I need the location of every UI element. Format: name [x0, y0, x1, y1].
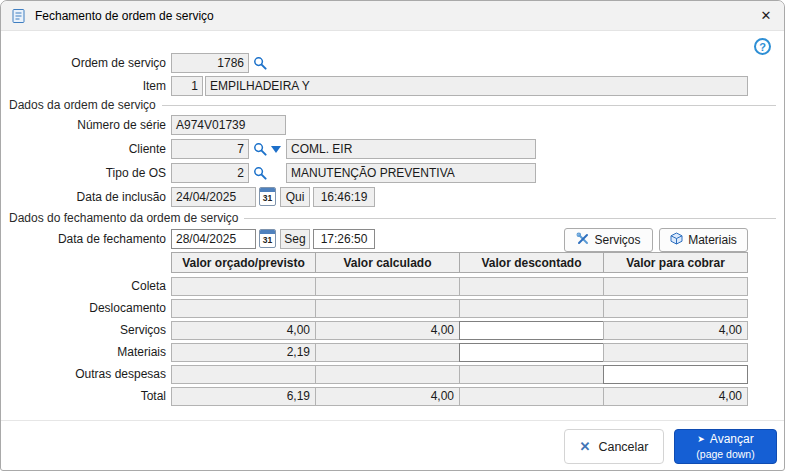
section-divider — [162, 105, 776, 106]
table-row: 4,00 4,00 4,00 — [171, 321, 748, 340]
cell-materiais-orcado: 2,19 — [171, 343, 316, 362]
title-bar: Fechamento de ordem de serviço ✕ — [1, 1, 784, 31]
data-inclusao-label: Data de inclusão — [9, 187, 166, 207]
table-row — [171, 299, 748, 318]
calendar-icon[interactable]: 31 — [259, 229, 276, 248]
help-icon[interactable]: ? — [754, 38, 771, 55]
cell-deslocamento-calculado — [315, 299, 460, 318]
section-fechamento-title: Dados do fechamento da ordem de serviço — [9, 211, 238, 225]
cell-total-descontado — [459, 387, 604, 406]
column-header: Valor descontado — [459, 252, 604, 273]
tipo-os-label: Tipo de OS — [9, 163, 166, 183]
row-label-total: Total — [9, 387, 166, 406]
section-fechamento: Dados do fechamento da ordem de serviço — [9, 210, 776, 225]
tipo-os-code-field: 2 — [171, 163, 249, 183]
cancel-button-label: Cancelar — [598, 440, 648, 454]
values-table-header: Valor orçado/previsto Valor calculado Va… — [171, 252, 748, 273]
cell-coleta-cobrar — [603, 277, 748, 296]
calendar-day: 31 — [260, 192, 275, 204]
table-row — [171, 365, 748, 384]
dialog-window: Fechamento de ordem de serviço ✕ ? Ordem… — [0, 0, 785, 471]
ordem-de-servico-field: 1786 — [171, 53, 249, 73]
cell-total-calculado: 4,00 — [315, 387, 460, 406]
window-title: Fechamento de ordem de serviço — [35, 9, 214, 23]
close-icon[interactable]: ✕ — [748, 1, 784, 31]
cell-deslocamento-orcado — [171, 299, 316, 318]
data-inclusao-date-field: 24/04/2025 — [171, 187, 256, 207]
cell-outras-descontado — [459, 365, 604, 384]
servicos-button[interactable]: Serviços — [564, 228, 653, 252]
table-row: 6,19 4,00 4,00 — [171, 387, 748, 406]
cell-materiais-calculado — [315, 343, 460, 362]
cell-deslocamento-cobrar — [603, 299, 748, 318]
window-icon — [11, 8, 27, 24]
cell-coleta-calculado — [315, 277, 460, 296]
item-description-field: EMPILHADEIRA Y — [205, 76, 748, 96]
advance-button-label: Avançar — [710, 432, 754, 447]
row-label-servicos: Serviços — [9, 321, 166, 340]
column-header: Valor orçado/previsto — [171, 252, 316, 273]
column-header: Valor calculado — [315, 252, 460, 273]
item-number-field: 1 — [171, 76, 203, 96]
search-icon[interactable] — [253, 166, 267, 180]
servicos-button-label: Serviços — [594, 233, 640, 247]
numero-serie-label: Número de série — [9, 115, 166, 135]
cell-servicos-cobrar: 4,00 — [603, 321, 748, 340]
cell-coleta-orcado — [171, 277, 316, 296]
row-label-materiais: Materiais — [9, 343, 166, 362]
search-icon[interactable] — [253, 142, 267, 156]
ordem-de-servico-label: Ordem de serviço — [9, 53, 166, 73]
cell-total-orcado: 6,19 — [171, 387, 316, 406]
section-divider — [244, 218, 776, 219]
table-row — [171, 277, 748, 296]
cell-total-cobrar: 4,00 — [603, 387, 748, 406]
cell-materiais-cobrar — [603, 343, 748, 362]
row-label-outras-despesas: Outras despesas — [9, 365, 166, 384]
tipo-os-name-field: MANUTENÇÃO PREVENTIVA — [286, 163, 536, 183]
data-fechamento-weekday-field: Seg — [280, 229, 310, 249]
section-dados-os: Dados da ordem de serviço — [9, 97, 776, 112]
cancel-x-icon: ✕ — [580, 439, 591, 454]
tools-icon — [576, 232, 589, 248]
item-label: Item — [9, 76, 166, 96]
cancel-button[interactable]: ✕ Cancelar — [564, 429, 664, 464]
row-label-coleta: Coleta — [9, 277, 166, 296]
table-row: 2,19 — [171, 343, 748, 362]
cell-outras-cobrar[interactable] — [603, 365, 748, 384]
materiais-button[interactable]: Materiais — [659, 228, 748, 252]
numero-serie-field: A974V01739 — [171, 115, 286, 135]
data-fechamento-time-field[interactable]: 17:26:50 — [313, 229, 375, 249]
cliente-name-field: COML. EIR — [286, 139, 536, 159]
cell-outras-orcado — [171, 365, 316, 384]
cell-outras-calculado — [315, 365, 460, 384]
advance-button-sublabel: (page down) — [696, 447, 754, 462]
materiais-button-label: Materiais — [688, 233, 737, 247]
data-fechamento-date-field[interactable]: 28/04/2025 — [171, 229, 256, 249]
cell-servicos-orcado: 4,00 — [171, 321, 316, 340]
cell-servicos-calculado: 4,00 — [315, 321, 460, 340]
cell-servicos-descontado[interactable] — [459, 321, 604, 340]
data-fechamento-label: Data de fechamento — [9, 229, 166, 249]
materials-box-icon — [670, 232, 683, 248]
cell-materiais-descontado[interactable] — [459, 343, 604, 362]
data-inclusao-weekday-field: Qui — [280, 187, 310, 207]
advance-arrow-icon: ➤ — [697, 432, 705, 447]
search-icon[interactable] — [253, 56, 267, 70]
row-label-deslocamento: Deslocamento — [9, 299, 166, 318]
section-dados-os-title: Dados da ordem de serviço — [9, 98, 156, 112]
cliente-label: Cliente — [9, 139, 166, 159]
footer-divider — [1, 420, 784, 421]
advance-button[interactable]: ➤ Avançar (page down) — [674, 429, 777, 464]
data-inclusao-time-field: 16:46:19 — [313, 187, 375, 207]
chevron-down-icon[interactable] — [271, 146, 281, 153]
cliente-code-field: 7 — [171, 139, 249, 159]
column-header: Valor para cobrar — [603, 252, 748, 273]
cell-deslocamento-descontado — [459, 299, 604, 318]
calendar-icon[interactable]: 31 — [259, 187, 276, 206]
cell-coleta-descontado — [459, 277, 604, 296]
calendar-day: 31 — [260, 234, 275, 246]
